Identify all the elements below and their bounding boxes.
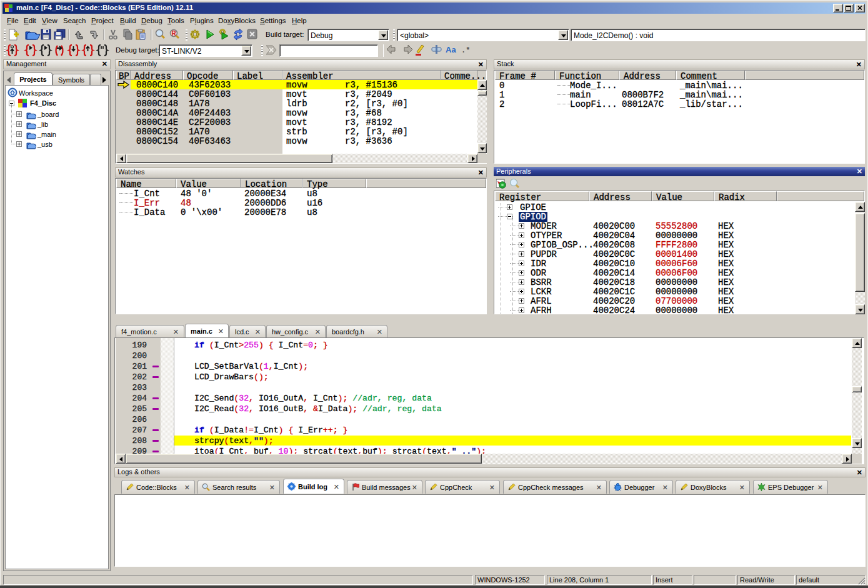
svg-text:.*: .* [461, 46, 470, 55]
svg-text:Aa: Aa [446, 45, 456, 54]
svg-text:R: R [172, 30, 177, 37]
